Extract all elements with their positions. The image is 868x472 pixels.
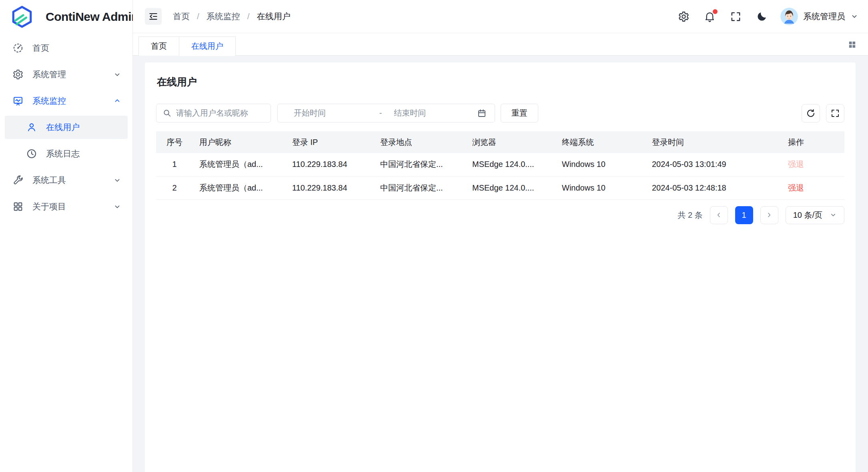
page-number-current[interactable]: 1 [735, 206, 753, 224]
notifications-button[interactable] [704, 11, 716, 22]
sidebar-item-label: 在线用户 [46, 122, 80, 133]
refresh-button[interactable] [802, 104, 820, 123]
calendar-icon [477, 108, 487, 118]
sidebar-item-label: 关于项目 [32, 201, 66, 212]
app-logo: ContiNew Admin [0, 0, 132, 33]
next-page-button[interactable] [760, 206, 778, 224]
sidebar-item-system-monitor[interactable]: 系统监控 [5, 89, 128, 112]
cell-ip: 110.229.183.84 [286, 153, 374, 176]
date-range-picker[interactable]: 开始时间 - 结束时间 [277, 104, 495, 123]
fullscreen-icon [730, 11, 742, 22]
breadcrumb-item[interactable]: 系统监控 [206, 11, 240, 22]
top-header: 首页 / 系统监控 / 在线用户 [133, 0, 868, 33]
refresh-icon [806, 108, 816, 118]
tab-online-users[interactable]: 在线用户 [179, 36, 236, 56]
date-range-separator: - [377, 108, 394, 118]
cell-browser: MSEdge 124.0.... [466, 153, 555, 176]
column-header-ip: 登录 IP [286, 131, 374, 153]
force-logout-link[interactable]: 强退 [788, 183, 804, 192]
cell-index: 1 [156, 153, 193, 176]
pagination: 共 2 条 1 10 条/页 [156, 206, 844, 224]
page-size-select[interactable]: 10 条/页 [786, 206, 844, 224]
cell-login-time: 2024-05-03 12:48:18 [645, 176, 782, 199]
tab-bar: 首页 在线用户 [133, 33, 868, 56]
search-field[interactable] [156, 104, 271, 123]
column-header-index: 序号 [156, 131, 193, 153]
chevron-up-icon [113, 97, 121, 105]
chevron-down-icon [113, 70, 121, 78]
page-size-value: 10 条/页 [793, 210, 822, 221]
online-users-card: 在线用户 开始时间 - 结束时间 [145, 62, 856, 472]
table-row: 1 系统管理员（ad... 110.229.183.84 中国河北省保定... … [156, 153, 844, 176]
column-header-location: 登录地点 [374, 131, 466, 153]
table-row: 2 系统管理员（ad... 110.229.183.84 中国河北省保定... … [156, 176, 844, 199]
sidebar-item-system-management[interactable]: 系统管理 [5, 63, 128, 86]
settings-button[interactable] [678, 11, 690, 22]
online-users-table: 序号 用户昵称 登录 IP 登录地点 浏览器 终端系统 登录时间 操作 1 [156, 131, 844, 200]
column-header-nickname: 用户昵称 [193, 131, 286, 153]
monitor-icon [12, 95, 24, 106]
tab-home[interactable]: 首页 [138, 36, 179, 56]
sidebar-menu: 首页 系统管理 [0, 33, 132, 221]
cell-index: 2 [156, 176, 193, 199]
dashboard-icon [12, 42, 24, 54]
sidebar-item-label: 系统工具 [32, 175, 66, 186]
column-header-login-time: 登录时间 [645, 131, 782, 153]
sidebar-item-label: 系统监控 [32, 95, 66, 106]
tab-label: 首页 [151, 41, 167, 52]
cell-nickname: 系统管理员（ad... [193, 153, 286, 176]
user-menu[interactable]: 系统管理员 [780, 8, 858, 25]
cell-location: 中国河北省保定... [374, 176, 466, 199]
column-header-browser: 浏览器 [466, 131, 555, 153]
main-area: 首页 / 系统监控 / 在线用户 [133, 0, 868, 472]
search-input[interactable] [176, 108, 266, 118]
pagination-total: 共 2 条 [678, 210, 702, 221]
breadcrumb-separator: / [197, 12, 199, 21]
topbar-actions: 系统管理员 [678, 8, 858, 25]
user-name: 系统管理员 [803, 11, 845, 22]
breadcrumb: 首页 / 系统监控 / 在线用户 [173, 11, 291, 22]
sidebar-item-label: 系统日志 [46, 148, 80, 159]
chevron-down-icon [830, 211, 837, 219]
table-fullscreen-button[interactable] [826, 104, 844, 123]
breadcrumb-item-current: 在线用户 [257, 11, 291, 22]
sidebar-item-label: 系统管理 [32, 69, 66, 80]
tab-actions-grid-icon[interactable] [848, 40, 857, 49]
cell-ip: 110.229.183.84 [286, 176, 374, 199]
cell-os: Windows 10 [555, 176, 645, 199]
fullscreen-button[interactable] [730, 11, 742, 22]
expand-icon [830, 108, 840, 118]
chevron-right-icon [766, 211, 773, 219]
sidebar-item-online-users[interactable]: 在线用户 [5, 116, 128, 139]
table-header: 序号 用户昵称 登录 IP 登录地点 浏览器 终端系统 登录时间 操作 [156, 131, 844, 153]
sidebar-item-system-tools[interactable]: 系统工具 [5, 169, 128, 192]
app-window: ContiNew Admin 首页 [0, 0, 868, 472]
notification-badge [713, 9, 718, 14]
wrench-icon [12, 175, 24, 186]
dark-mode-button[interactable] [756, 11, 768, 22]
sidebar: ContiNew Admin 首页 [0, 0, 133, 472]
column-header-actions: 操作 [782, 131, 844, 153]
chevron-down-icon [850, 12, 858, 20]
end-date-placeholder[interactable]: 结束时间 [394, 108, 477, 119]
cell-nickname: 系统管理员（ad... [193, 176, 286, 199]
cell-location: 中国河北省保定... [374, 153, 466, 176]
app-title: ContiNew Admin [46, 10, 138, 24]
logo-icon [10, 5, 34, 28]
sidebar-collapse-button[interactable] [145, 8, 162, 25]
sidebar-item-label: 首页 [32, 42, 49, 54]
search-icon [162, 108, 172, 118]
chevron-down-icon [113, 176, 121, 184]
force-logout-link: 强退 [788, 160, 804, 169]
reset-button[interactable]: 重置 [501, 104, 538, 123]
prev-page-button[interactable] [710, 206, 728, 224]
start-date-placeholder[interactable]: 开始时间 [294, 108, 377, 119]
breadcrumb-item[interactable]: 首页 [173, 11, 190, 22]
sidebar-item-system-logs[interactable]: 系统日志 [5, 142, 128, 165]
sidebar-item-about-project[interactable]: 关于项目 [5, 195, 128, 218]
avatar [780, 8, 798, 25]
chevron-left-icon [715, 211, 722, 219]
sidebar-item-home[interactable]: 首页 [5, 36, 128, 60]
gear-icon [12, 69, 24, 80]
page-title: 在线用户 [157, 75, 844, 88]
